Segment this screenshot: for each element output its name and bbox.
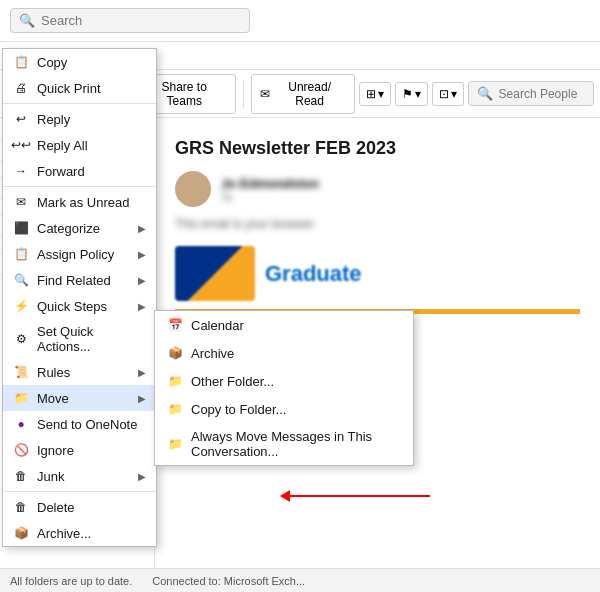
mark-unread-label: Mark as Unread: [37, 195, 129, 210]
quick-steps-label: Quick Steps: [37, 299, 107, 314]
flag-icon: ⚑: [402, 87, 413, 101]
status-left: All folders are up to date.: [10, 575, 132, 587]
assign-policy-arrow: ▶: [138, 249, 146, 260]
avatar: [175, 171, 211, 207]
move-arrow: ▶: [138, 393, 146, 404]
rules-arrow: ▶: [138, 367, 146, 378]
menu-item-set-quick-actions[interactable]: ⚙ Set Quick Actions...: [3, 319, 156, 359]
junk-arrow: ▶: [138, 471, 146, 482]
search-box[interactable]: 🔍: [10, 8, 250, 33]
menu-item-mark-unread[interactable]: ✉ Mark as Unread: [3, 189, 156, 215]
menu-item-quick-print[interactable]: 🖨 Quick Print: [3, 75, 156, 101]
menu-item-send-onenote[interactable]: ● Send to OneNote: [3, 411, 156, 437]
print-icon: 🖨: [13, 80, 29, 96]
search-input[interactable]: [41, 13, 241, 28]
university-logo: [175, 246, 255, 301]
menu-item-archive[interactable]: 📦 Archive...: [3, 520, 156, 546]
search-people-box[interactable]: 🔍: [468, 81, 594, 106]
always-move-label: Always Move Messages in This Conversatio…: [191, 429, 401, 459]
find-related-label: Find Related: [37, 273, 111, 288]
grad-text: Graduate: [265, 261, 362, 287]
move-submenu: 📅 Calendar 📦 Archive 📁 Other Folder... 📁…: [154, 310, 414, 466]
view-button[interactable]: ⊡ ▾: [432, 82, 464, 106]
calendar-icon: 📅: [167, 317, 183, 333]
reply-all-icon: ↩↩: [13, 137, 29, 153]
search-people-input[interactable]: [499, 87, 585, 101]
menu-sep-1: [3, 103, 156, 104]
divider-2: [243, 80, 244, 108]
status-right: Connected to: Microsoft Exch...: [152, 575, 305, 587]
set-quick-actions-icon: ⚙: [13, 331, 29, 347]
status-bar: All folders are up to date. Connected to…: [0, 568, 600, 592]
quick-steps-icon: ⚡: [13, 298, 29, 314]
submenu-calendar[interactable]: 📅 Calendar: [155, 311, 413, 339]
menu-item-copy[interactable]: 📋 Copy: [3, 49, 156, 75]
annotation-arrow: [280, 490, 430, 502]
menu-item-quick-steps[interactable]: ⚡ Quick Steps ▶: [3, 293, 156, 319]
menu-item-find-related[interactable]: 🔍 Find Related ▶: [3, 267, 156, 293]
menu-item-forward[interactable]: → Forward: [3, 158, 156, 184]
find-related-arrow: ▶: [138, 275, 146, 286]
submenu-archive[interactable]: 📦 Archive: [155, 339, 413, 367]
junk-icon: 🗑: [13, 468, 29, 484]
logo-area: Graduate: [175, 246, 580, 301]
menu-item-assign-policy[interactable]: 📋 Assign Policy ▶: [3, 241, 156, 267]
apps-button[interactable]: ⊞ ▾: [359, 82, 391, 106]
quick-print-label: Quick Print: [37, 81, 101, 96]
forward-icon: →: [13, 163, 29, 179]
menu-sep-2: [3, 186, 156, 187]
title-bar: 🔍: [0, 0, 600, 42]
rules-icon: 📜: [13, 364, 29, 380]
menu-item-categorize[interactable]: ⬛ Categorize ▶: [3, 215, 156, 241]
move-label: Move: [37, 391, 69, 406]
submenu-always-move[interactable]: 📁 Always Move Messages in This Conversat…: [155, 423, 413, 465]
view-dropdown: ▾: [451, 87, 457, 101]
menu-item-reply[interactable]: ↩ Reply: [3, 106, 156, 132]
categorize-icon: ⬛: [13, 220, 29, 236]
set-quick-actions-label: Set Quick Actions...: [37, 324, 146, 354]
menu-item-delete[interactable]: 🗑 Delete: [3, 494, 156, 520]
archive-sub-icon: 📦: [167, 345, 183, 361]
find-related-icon: 🔍: [13, 272, 29, 288]
menu-item-move[interactable]: 📁 Move ▶: [3, 385, 156, 411]
submenu-copy-folder[interactable]: 📁 Copy to Folder...: [155, 395, 413, 423]
delete-icon: 🗑: [13, 499, 29, 515]
menu-item-junk[interactable]: 🗑 Junk ▶: [3, 463, 156, 489]
unread-read-button[interactable]: ✉ Unread/ Read: [251, 74, 355, 114]
menu-item-ignore[interactable]: 🚫 Ignore: [3, 437, 156, 463]
preview-body: This email is your browser: [175, 217, 580, 231]
archive-sub-label: Archive: [191, 346, 234, 361]
ignore-label: Ignore: [37, 443, 74, 458]
ignore-icon: 🚫: [13, 442, 29, 458]
copy-folder-icon: 📁: [167, 401, 183, 417]
submenu-other-folder[interactable]: 📁 Other Folder...: [155, 367, 413, 395]
menu-item-reply-all[interactable]: ↩↩ Reply All: [3, 132, 156, 158]
sender-name: Jo Edmondston: [221, 176, 319, 191]
onenote-icon: ●: [13, 416, 29, 432]
forward-label: Forward: [37, 164, 85, 179]
delete-label: Delete: [37, 500, 75, 515]
assign-policy-label: Assign Policy: [37, 247, 114, 262]
mark-unread-icon: ✉: [13, 194, 29, 210]
context-menu: 📋 Copy 🖨 Quick Print ↩ Reply ↩↩ Reply Al…: [2, 48, 157, 547]
always-move-icon: 📁: [167, 436, 183, 452]
apps-icon: ⊞: [366, 87, 376, 101]
categorize-arrow: ▶: [138, 223, 146, 234]
email-title: GRS Newsletter FEB 2023: [175, 138, 580, 159]
flag-button[interactable]: ⚑ ▾: [395, 82, 428, 106]
copy-folder-label: Copy to Folder...: [191, 402, 286, 417]
other-folder-label: Other Folder...: [191, 374, 274, 389]
apps-dropdown: ▾: [378, 87, 384, 101]
arrow-head: [280, 490, 290, 502]
arrow-line: [290, 495, 430, 497]
search-people-icon: 🔍: [477, 86, 493, 101]
other-folder-icon: 📁: [167, 373, 183, 389]
categorize-label: Categorize: [37, 221, 100, 236]
envelope-icon: ✉: [260, 87, 270, 101]
calendar-label: Calendar: [191, 318, 244, 333]
menu-item-rules[interactable]: 📜 Rules ▶: [3, 359, 156, 385]
reply-icon: ↩: [13, 111, 29, 127]
junk-label: Junk: [37, 469, 64, 484]
copy-icon: 📋: [13, 54, 29, 70]
copy-label: Copy: [37, 55, 67, 70]
